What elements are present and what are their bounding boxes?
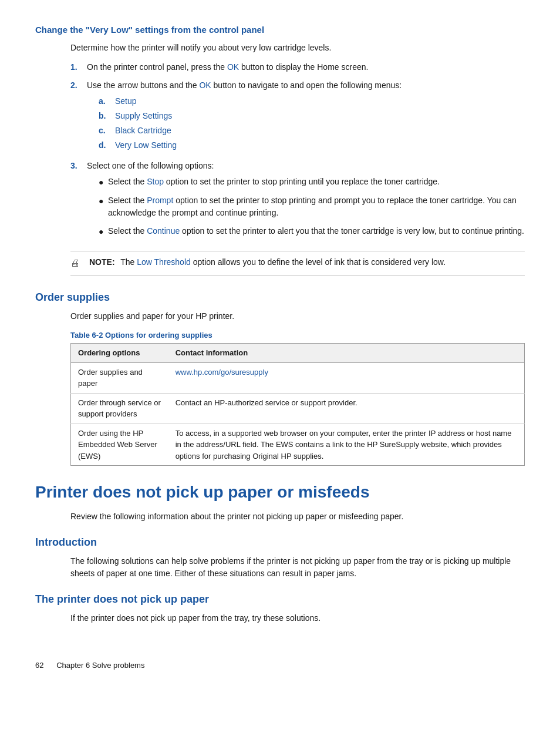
step-2-num: 2. xyxy=(70,79,87,154)
alpha-value-c: Black Cartridge xyxy=(115,125,171,137)
footer-chapter-ref: Chapter 6 Solve problems xyxy=(56,661,144,670)
prompt-link[interactable]: Prompt xyxy=(147,196,173,205)
footer-page-num: 62 xyxy=(35,661,43,670)
alpha-item-b: b. Supply Settings xyxy=(99,110,402,122)
alpha-item-a: a. Setup xyxy=(99,95,402,107)
not-pick-text: If the printer does not pick up paper fr… xyxy=(70,612,525,624)
alpha-value-d: Very Low Setting xyxy=(115,139,177,152)
step-1-num: 1. xyxy=(70,61,87,73)
note-icon: 🖨 xyxy=(70,256,85,270)
table-cell-order1: Order supplies and paper xyxy=(71,362,168,393)
table-cell-contact1: www.hp.com/go/suresupply xyxy=(168,362,525,393)
step-1-text: On the printer control panel, press the … xyxy=(87,61,368,73)
bullet-text-stop: Select the Stop option to set the printe… xyxy=(108,176,440,188)
change-section-intro: Determine how the printer will notify yo… xyxy=(70,42,525,54)
alpha-label-b: b. xyxy=(99,110,115,122)
bullet-dot-2: ● xyxy=(99,195,108,207)
table-caption: Table 6-2 Options for ordering supplies xyxy=(70,330,525,341)
bullet-text-continue: Select the Continue option to set the pr… xyxy=(108,225,524,237)
alpha-list: a. Setup b. Supply Settings c. Black Car… xyxy=(99,95,402,152)
table-cell-order3: Order using the HP Embedded Web Server (… xyxy=(71,424,168,466)
note-content: NOTE: The Low Threshold option allows yo… xyxy=(89,256,446,268)
continue-link[interactable]: Continue xyxy=(147,226,180,236)
introduction-section: Introduction The following solutions can… xyxy=(35,535,525,580)
alpha-label-d: d. xyxy=(99,139,115,152)
change-very-low-section: Change the "Very Low" settings from the … xyxy=(35,23,525,275)
alpha-item-c: c. Black Cartridge xyxy=(99,125,402,137)
bullet-dot-3: ● xyxy=(99,226,108,238)
table-cell-contact3: To access, in a supported web browser on… xyxy=(168,424,525,466)
step-1-item: 1. On the printer control panel, press t… xyxy=(70,61,525,73)
ok-link-1[interactable]: OK xyxy=(227,62,239,72)
step-2-item: 2. Use the arrow buttons and the OK butt… xyxy=(70,79,525,154)
stop-link[interactable]: Stop xyxy=(147,177,164,186)
low-threshold-link[interactable]: Low Threshold xyxy=(137,257,191,267)
alpha-label-a: a. xyxy=(99,95,115,107)
not-pick-heading: The printer does not pick up paper xyxy=(35,592,525,607)
suresupply-link[interactable]: www.hp.com/go/suresupply xyxy=(176,368,268,377)
ok-link-2[interactable]: OK xyxy=(199,80,211,90)
footer: 62 Chapter 6 Solve problems xyxy=(35,660,525,671)
footer-page-chapter: 62 Chapter 6 Solve problems xyxy=(35,660,144,671)
step-3-num: 3. xyxy=(70,160,87,244)
order-section-intro: Order supplies and paper for your HP pri… xyxy=(70,310,525,322)
alpha-value-a: Setup xyxy=(115,95,137,107)
note-box: 🖨 NOTE: The Low Threshold option allows … xyxy=(70,251,525,275)
alpha-item-d: d. Very Low Setting xyxy=(99,139,402,152)
introduction-text: The following solutions can help solve p… xyxy=(70,555,525,580)
alpha-value-b: Supply Settings xyxy=(115,110,172,122)
bullet-list: ● Select the Stop option to set the prin… xyxy=(99,176,525,238)
bullet-item-prompt: ● Select the Prompt option to set the pr… xyxy=(99,194,525,219)
table-cell-contact2: Contact an HP-authorized service or supp… xyxy=(168,393,525,424)
step-2-text: Use the arrow buttons and the OK button … xyxy=(87,79,402,154)
order-supplies-section: Order supplies Order supplies and paper … xyxy=(35,290,525,466)
table-header-col1: Ordering options xyxy=(71,344,168,363)
supply-table: Ordering options Contact information Ord… xyxy=(70,343,525,466)
step-3-item: 3. Select one of the following options: … xyxy=(70,160,525,244)
not-pick-section: The printer does not pick up paper If th… xyxy=(35,592,525,624)
alpha-label-c: c. xyxy=(99,125,115,137)
printer-misfeeds-intro: Review the following information about t… xyxy=(70,510,525,523)
step-3-text: Select one of the following options: ● S… xyxy=(87,160,525,244)
bullet-item-stop: ● Select the Stop option to set the prin… xyxy=(99,176,525,189)
introduction-heading: Introduction xyxy=(35,535,525,550)
order-section-heading: Order supplies xyxy=(35,290,525,305)
bullet-item-continue: ● Select the Continue option to set the … xyxy=(99,225,525,238)
bullet-dot-1: ● xyxy=(99,176,108,189)
printer-misfeeds-section: Printer does not pick up paper or misfee… xyxy=(35,480,525,523)
table-row: Order through service or support provide… xyxy=(71,393,525,424)
printer-misfeeds-heading: Printer does not pick up paper or misfee… xyxy=(35,480,525,505)
table-header-col2: Contact information xyxy=(168,344,525,363)
table-row: Order supplies and paper www.hp.com/go/s… xyxy=(71,362,525,393)
table-cell-order2: Order through service or support provide… xyxy=(71,393,168,424)
change-section-heading: Change the "Very Low" settings from the … xyxy=(35,23,525,37)
bullet-text-prompt: Select the Prompt option to set the prin… xyxy=(108,194,525,219)
note-label: NOTE: xyxy=(89,257,115,267)
table-header-row: Ordering options Contact information xyxy=(71,344,525,363)
table-row: Order using the HP Embedded Web Server (… xyxy=(71,424,525,466)
